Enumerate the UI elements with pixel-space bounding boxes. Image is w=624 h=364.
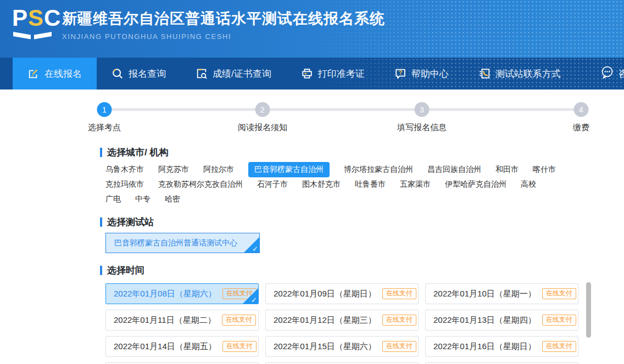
step-circle: 1: [97, 102, 112, 117]
step-label: 填写报名信息: [397, 122, 447, 133]
online-pay-badge: 在线支付: [542, 288, 576, 299]
step-label: 缴费: [573, 122, 589, 133]
city-chip[interactable]: 高校: [521, 180, 536, 189]
date-label: 2022年01月14日（星期五）: [114, 341, 216, 352]
city-section-title: 选择城市/ 机构: [107, 146, 168, 159]
date-card[interactable]: 2022年01月09日（星期日）在线支付: [265, 283, 419, 304]
city-row: 广电中专哈密: [105, 192, 583, 206]
date-grid: 2022年01月08日（星期六）在线支付✓2022年01月09日（星期日）在线支…: [105, 283, 589, 364]
online-pay-badge: 在线支付: [542, 315, 576, 325]
heading-bar: [100, 217, 102, 227]
nav-items: 在线报名报名查询成绩/证书查询打印准考证?帮助中心测试站联系方式: [13, 58, 576, 89]
app-logo: PSC: [12, 5, 54, 40]
nav-item[interactable]: ?帮助中心: [380, 58, 464, 89]
open-book-icon: [12, 31, 53, 40]
date-label: 2022年01月16日（星期日）: [433, 341, 536, 352]
nav-item-label: 在线报名: [44, 68, 82, 80]
city-chip[interactable]: 吐鲁番市: [355, 180, 386, 189]
nav-item[interactable]: 测试站联系方式: [464, 58, 576, 89]
date-card[interactable]: 2022年01月10日（星期一）在线支付: [425, 283, 578, 304]
date-label: 2022年01月15日（星期六）: [274, 341, 376, 352]
consult-label: 咨询: [619, 68, 624, 80]
nav-item[interactable]: 在线报名: [13, 58, 97, 89]
step-circle: 2: [255, 102, 270, 117]
step-connector-line: [104, 108, 581, 111]
city-chip[interactable]: 阿拉尔市: [203, 165, 234, 175]
date-card[interactable]: 2022年01月08日（星期六）在线支付✓: [105, 283, 259, 304]
station-card[interactable]: 巴音郭楞蒙古自治州普通话测试中心✓: [105, 233, 260, 253]
selected-check-icon: ✓: [244, 237, 259, 253]
date-label: 2022年01月12日（星期三）: [274, 315, 376, 326]
step-label: 选择考点: [88, 122, 121, 133]
online-pay-badge: 在线支付: [382, 341, 416, 351]
station-section-title: 选择测试站: [107, 216, 154, 228]
city-chip[interactable]: 昌吉回族自治州: [427, 165, 481, 175]
nav-item-label: 打印准考证: [318, 68, 365, 80]
date-card[interactable]: 2022年01月16日（星期日）在线支付: [425, 336, 578, 357]
city-chip[interactable]: 中专: [135, 194, 151, 204]
nav-item-label: 成绩/证书查询: [213, 68, 271, 80]
city-section-heading: 选择城市/ 机构: [100, 146, 168, 159]
online-pay-badge: 在线支付: [382, 315, 416, 325]
time-section-heading: 选择时间: [100, 264, 144, 277]
title-block: 新疆维吾尔自治区普通话水平测试在线报名系统 XINJIANG PUTONGHUA…: [62, 9, 385, 41]
nav-item[interactable]: 打印准考证: [286, 58, 380, 89]
city-list: 乌鲁木齐市阿克苏市阿拉尔市巴音郭楞蒙古自治州博尔塔拉蒙古自治州昌吉回族自治州和田…: [105, 162, 583, 206]
city-chip[interactable]: 阿克苏市: [158, 165, 189, 175]
consult-button[interactable]: 咨询: [600, 58, 624, 89]
vertical-scrollbar-thumb[interactable]: [586, 282, 591, 338]
date-card[interactable]: 2022年01月14日（星期五）在线支付: [105, 336, 259, 357]
step-circle: 3: [415, 102, 430, 117]
city-chip[interactable]: 五家渠市: [400, 180, 431, 189]
logo-text: PSC: [12, 5, 54, 31]
city-chip[interactable]: 克拉玛依市: [105, 180, 144, 189]
city-chip[interactable]: 乌鲁木齐市: [105, 165, 144, 175]
edit-icon: [27, 68, 40, 80]
city-chip[interactable]: 哈密: [165, 194, 180, 204]
time-section-title: 选择时间: [107, 264, 144, 277]
city-chip[interactable]: 博尔塔拉蒙古自治州: [344, 165, 413, 175]
online-pay-badge: 在线支付: [222, 315, 256, 325]
date-card[interactable]: 2022年01月13日（星期四）在线支付: [425, 310, 578, 331]
check-glyph: ✓: [252, 245, 258, 253]
city-chip[interactable]: 巴音郭楞蒙古自治州: [248, 162, 330, 177]
page: PSC 新疆维吾尔自治区普通话水平测试在线报名系统 XINJIANG PUTON…: [0, 0, 624, 364]
svg-text:?: ?: [399, 69, 402, 76]
step-label: 阅读报名须知: [238, 122, 287, 133]
header: PSC 新疆维吾尔自治区普通话水平测试在线报名系统 XINJIANG PUTON…: [0, 0, 624, 58]
page-title: 新疆维吾尔自治区普通话水平测试在线报名系统: [62, 9, 385, 29]
city-chip[interactable]: 和田市: [495, 165, 519, 175]
online-pay-badge: 在线支付: [222, 341, 257, 351]
print-icon: [301, 68, 313, 80]
station-section-heading: 选择测试站: [100, 216, 154, 228]
logo-letter: C: [44, 5, 61, 31]
date-card[interactable]: 2022年01月12日（星期三）在线支付: [265, 310, 419, 331]
city-row: 乌鲁木齐市阿克苏市阿拉尔市巴音郭楞蒙古自治州博尔塔拉蒙古自治州昌吉回族自治州和田…: [105, 162, 583, 177]
heading-bar: [100, 266, 102, 275]
nav-item[interactable]: 成绩/证书查询: [181, 58, 286, 89]
help-icon: ?: [394, 68, 406, 80]
phone-icon: [478, 68, 491, 80]
date-card[interactable]: 2022年01月11日（星期二）在线支付: [105, 310, 259, 331]
city-chip[interactable]: 石河子市: [257, 180, 288, 189]
city-chip[interactable]: 克孜勒苏柯尔克孜自治州: [158, 180, 243, 189]
date-label: 2022年01月08日（星期六）: [114, 289, 216, 299]
station-label: 巴音郭楞蒙古自治州普通话测试中心: [114, 238, 237, 248]
online-pay-badge: 在线支付: [222, 288, 257, 299]
step-circle: 4: [574, 102, 589, 117]
date-label: 2022年01月09日（星期日）: [274, 289, 376, 299]
page-subtitle: XINJIANG PUTONGHUA SHUIPING CESHI: [62, 32, 385, 41]
date-label: 2022年01月13日（星期四）: [433, 315, 536, 326]
date-label: 2022年01月11日（星期二）: [114, 315, 216, 326]
date-card[interactable]: 2022年01月15日（星期六）在线支付: [265, 336, 419, 357]
nav-item[interactable]: 报名查询: [97, 58, 181, 89]
cert-search-icon: [196, 68, 208, 80]
online-pay-badge: 在线支付: [382, 288, 416, 299]
heading-bar: [100, 148, 102, 157]
logo-letter: S: [28, 5, 44, 31]
city-chip[interactable]: 图木舒克市: [302, 180, 341, 189]
nav-item-label: 报名查询: [129, 68, 166, 80]
city-chip[interactable]: 伊犁哈萨克自治州: [445, 180, 506, 189]
city-chip[interactable]: 广电: [105, 194, 121, 204]
city-chip[interactable]: 喀什市: [533, 165, 556, 175]
